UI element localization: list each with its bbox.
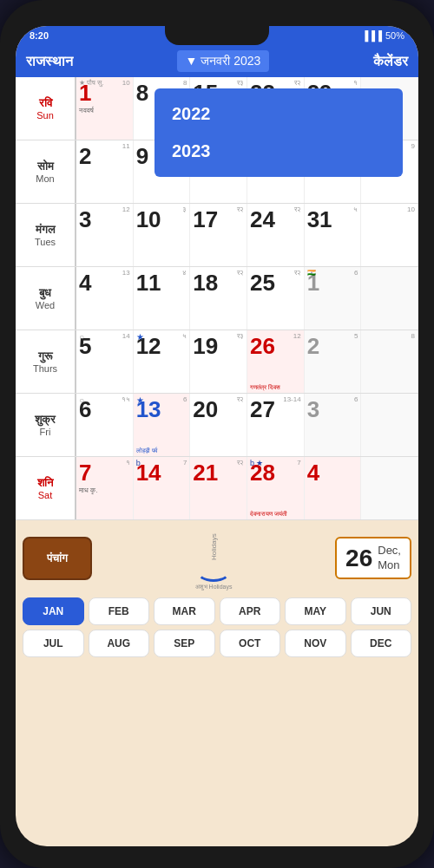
status-time: 8:20 (30, 30, 49, 41)
day-hindi-wed: बुध (39, 286, 51, 300)
dn-7: 7 (79, 460, 130, 486)
sub-7: माध कृ. (79, 486, 130, 495)
day-label-tues: मंगल Tues (16, 204, 76, 266)
month-btn-nov[interactable]: NOV (285, 630, 346, 657)
panchang-button[interactable]: पंचांग (23, 537, 92, 580)
date-jan19[interactable]: र३ 19 (190, 330, 247, 393)
holiday-republic: गणतंत्र दिवस (250, 384, 301, 391)
calendar-row-5: गुरू Thurs ○ 14 5 ★ ५ 12 र३ 19 (16, 330, 418, 394)
month-btn-jan[interactable]: JAN (23, 597, 84, 625)
date-feb2[interactable]: 5 2 (305, 330, 362, 393)
signal-icon: ▐▐▐ (362, 30, 382, 41)
date-jan3[interactable]: 12 3 (76, 204, 134, 266)
dn-11: 11 (136, 271, 187, 296)
date-jan1[interactable]: ★ पौष सु. 10 1 नववर्ष (76, 77, 134, 140)
dt-3: 12 (122, 206, 130, 213)
date-jan14[interactable]: b 7 14 (134, 457, 191, 519)
date-topnum-2: 11 (122, 142, 130, 150)
dt-feb3: 6 (354, 395, 358, 403)
month-btn-mar[interactable]: MAR (154, 597, 215, 625)
dt-21: र२ (237, 459, 244, 467)
date-jan31[interactable]: ५ 31 (305, 204, 362, 266)
date-jan7[interactable]: १ 7 माध कृ. (76, 457, 134, 519)
dt-11: ४ (182, 269, 187, 277)
phone-frame: 8:20 ▐▐▐ 50% राजस्थान ▼ जनवरी 2023 कैलें… (0, 0, 434, 868)
month-btn-jul[interactable]: JUL (23, 630, 84, 657)
date-sub-1: नववर्ष (79, 107, 130, 115)
dt-feb1: 6 (354, 269, 358, 277)
month-btn-apr[interactable]: APR (220, 597, 281, 625)
month-btn-feb[interactable]: FEB (89, 597, 150, 625)
date-jan26[interactable]: 12 26 गणतंत्र दिवस (247, 330, 305, 393)
date-jan28[interactable]: b ★ 7 28 देवनारायण जयंती (247, 457, 305, 519)
date-jan21[interactable]: र२ 21 (190, 457, 247, 519)
month-year-button[interactable]: ▼ जनवरी 2023 (177, 50, 270, 72)
month-btn-sep[interactable]: SEP (154, 630, 215, 657)
date-jan11[interactable]: ४ 11 (134, 267, 191, 330)
calendar-row-6: शुक्र Fri ○ १५ 6 ★ 6 13 लोहड़ी पर्व र२ 2… (16, 394, 418, 457)
date-feb4[interactable]: 4 (305, 457, 362, 519)
day-hindi-sun: रवि (39, 96, 52, 110)
year-option-2023[interactable]: 2023 (155, 133, 403, 170)
date-feb3[interactable]: 6 3 (305, 394, 362, 456)
date-jan5[interactable]: ○ 14 5 (76, 330, 134, 393)
circle-icon-6: ○ (79, 395, 84, 405)
date-jan2[interactable]: 11 2 (76, 140, 134, 203)
dt-13: 6 (183, 395, 187, 403)
dt-28: 7 (297, 459, 300, 467)
b-icon-14: b (136, 459, 141, 467)
date-topnum-15: र३ (237, 79, 244, 88)
date-topnum-feb6: 9 (411, 142, 415, 150)
holidays-label: Holidays (210, 525, 218, 560)
header-app-name: कैलेंडर (373, 54, 408, 69)
dt-12: ५ (182, 332, 187, 341)
holiday-dev: देवनारायण जयंती (250, 511, 301, 518)
dt-19: र३ (237, 332, 244, 341)
month-btn-oct[interactable]: OCT (220, 630, 281, 657)
month-btn-may[interactable]: MAY (285, 597, 346, 625)
flag-icon: 🇮🇳 (307, 269, 316, 277)
date-jan10[interactable]: ३ 10 (134, 204, 191, 266)
date-feb1[interactable]: 🇮🇳 6 1 (305, 267, 362, 330)
day-label-sat: शनि Sat (16, 457, 76, 519)
battery-indicator: 50% (385, 30, 404, 41)
date-jan6[interactable]: ○ १५ 6 (76, 394, 134, 456)
date-jan18[interactable]: र२ 18 (190, 267, 247, 330)
bottom-panel: पंचांग Holidays अशुभ Holidays 26 Dec, Mo… (16, 520, 418, 667)
star-icon-12: ★ (136, 332, 144, 342)
date-jan17[interactable]: र२ 17 (190, 204, 247, 266)
date-jan4[interactable]: 13 4 (76, 267, 134, 330)
month-btn-dec[interactable]: DEC (351, 630, 412, 657)
dt-31: ५ (353, 206, 358, 214)
dt-4: 13 (122, 269, 130, 277)
day-eng-fri: Fri (40, 427, 51, 437)
month-btn-jun[interactable]: JUN (351, 597, 412, 625)
date-feb7-small[interactable]: 10 (361, 204, 418, 266)
dt-7: १ (126, 459, 130, 467)
year-option-2022[interactable]: 2022 (155, 95, 403, 133)
date-jan25[interactable]: र२ 25 (247, 267, 305, 330)
date-display-day: Mon (378, 558, 401, 573)
day-hindi-thurs: गुरू (38, 349, 52, 363)
dt-17: र२ (237, 206, 244, 214)
date-jan20[interactable]: र२ 20 (190, 394, 247, 456)
date-jan27[interactable]: 13-14 27 (247, 394, 305, 456)
star-icon-13: ★ (136, 395, 144, 405)
day-eng-sat: Sat (38, 490, 53, 500)
dn-14: 14 (136, 460, 187, 486)
moon-icon: ○ (79, 332, 84, 342)
calendar-row-3: मंगल Tues 12 3 ३ 10 र२ 17 र२ 24 (16, 204, 418, 267)
month-btn-aug[interactable]: AUG (89, 630, 150, 657)
date-empty-r6 (361, 394, 418, 456)
holiday-lohri: लोहड़ी पर्व (136, 447, 187, 454)
holidays-button[interactable]: Holidays अशुभ Holidays (183, 525, 244, 591)
bottom-row1: पंचांग Holidays अशुभ Holidays 26 Dec, Mo… (23, 525, 411, 591)
date-jan12[interactable]: ★ ५ 12 (134, 330, 191, 393)
date-empty-r4 (361, 267, 418, 330)
app-header: राजस्थान ▼ जनवरी 2023 कैलेंडर (16, 45, 418, 77)
day-hindi-mon: सोम (37, 160, 54, 173)
b-star-28: b ★ (250, 459, 264, 467)
date-jan24[interactable]: र२ 24 (247, 204, 305, 266)
date-jan13[interactable]: ★ 6 13 लोहड़ी पर्व (134, 394, 191, 456)
day-eng-thurs: Thurs (33, 363, 57, 374)
